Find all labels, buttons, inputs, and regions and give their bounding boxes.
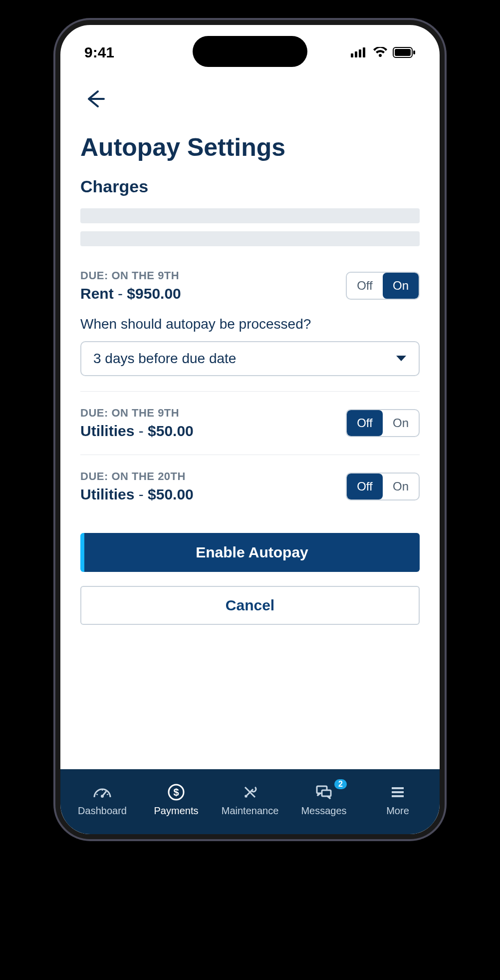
gauge-icon — [92, 782, 112, 802]
charge-info: DUE: ON THE 9TH Utilities - $50.00 — [80, 407, 194, 440]
back-button[interactable] — [80, 85, 108, 113]
status-icons — [351, 47, 416, 58]
svg-rect-6 — [413, 50, 415, 54]
tab-dashboard[interactable]: Dashboard — [65, 782, 139, 817]
enable-autopay-button[interactable]: Enable Autopay — [80, 533, 420, 572]
due-label: DUE: — [80, 470, 108, 483]
due-value: ON THE 9TH — [111, 407, 179, 419]
charge-name: Utilities — [80, 486, 134, 502]
toggle-on[interactable]: On — [383, 273, 419, 299]
svg-rect-5 — [395, 49, 411, 56]
wifi-icon — [373, 47, 388, 58]
section-charges-title: Charges — [80, 177, 420, 196]
battery-icon — [393, 47, 416, 58]
due-value: ON THE 20TH — [111, 470, 186, 483]
tools-icon — [240, 782, 260, 802]
content-area: Autopay Settings Charges DUE: ON THE 9TH… — [60, 70, 440, 769]
charge-amount: $50.00 — [148, 486, 194, 502]
dollar-icon: $ — [166, 782, 186, 802]
page-title: Autopay Settings — [80, 133, 420, 162]
charge-amount: $950.00 — [127, 285, 181, 302]
menu-icon — [388, 782, 408, 802]
tab-bar: Dashboard $ Payments Maintenance 2 Messa… — [60, 769, 440, 834]
charge-item: DUE: ON THE 20TH Utilities - $50.00 Off … — [80, 455, 420, 518]
toggle-on[interactable]: On — [383, 474, 419, 499]
charge-sep: - — [134, 423, 148, 439]
svg-rect-3 — [363, 47, 365, 57]
due-label: DUE: — [80, 269, 108, 282]
autopay-toggle[interactable]: Off On — [346, 272, 420, 300]
svg-text:$: $ — [173, 787, 179, 798]
due-value: ON THE 9TH — [111, 269, 179, 282]
svg-rect-2 — [359, 49, 361, 57]
svg-rect-15 — [322, 790, 331, 796]
arrow-left-icon — [83, 87, 106, 110]
charge-amount: $50.00 — [148, 423, 194, 439]
tab-messages[interactable]: 2 Messages — [287, 782, 361, 817]
charge-sep: - — [114, 285, 127, 302]
tab-label: Dashboard — [78, 805, 127, 817]
tab-label: Messages — [301, 805, 346, 817]
svg-line-8 — [102, 791, 106, 796]
chevron-down-icon — [396, 355, 407, 362]
dynamic-island — [193, 36, 307, 67]
charge-info: DUE: ON THE 9TH Rent - $950.00 — [80, 269, 181, 302]
placeholder-bar — [80, 231, 420, 246]
tab-maintenance[interactable]: Maintenance — [213, 782, 287, 817]
chat-icon — [314, 782, 334, 802]
svg-line-9 — [96, 794, 98, 795]
tab-payments[interactable]: $ Payments — [139, 782, 213, 817]
messages-badge: 2 — [334, 779, 347, 789]
toggle-off[interactable]: Off — [347, 273, 383, 299]
cancel-button[interactable]: Cancel — [80, 586, 420, 625]
select-value: 3 days before due date — [93, 351, 236, 367]
phone-frame: 9:41 Autopay Settings Charges DUE: ON TH… — [55, 20, 445, 839]
svg-rect-0 — [351, 53, 353, 57]
tab-label: More — [386, 805, 409, 817]
charge-sep: - — [134, 486, 148, 502]
svg-line-10 — [107, 794, 108, 795]
charge-info: DUE: ON THE 20TH Utilities - $50.00 — [80, 470, 194, 503]
due-label: DUE: — [80, 407, 108, 419]
autopay-toggle[interactable]: Off On — [346, 473, 420, 500]
autopay-schedule-select[interactable]: 3 days before due date — [80, 341, 420, 376]
charge-name: Rent — [80, 285, 114, 302]
charge-name: Utilities — [80, 423, 134, 439]
tab-more[interactable]: More — [361, 782, 435, 817]
toggle-off[interactable]: Off — [347, 474, 383, 499]
cellular-icon — [351, 47, 368, 57]
placeholder-bar — [80, 208, 420, 223]
autopay-toggle[interactable]: Off On — [346, 409, 420, 437]
svg-rect-1 — [355, 51, 357, 57]
charge-item: DUE: ON THE 9TH Rent - $950.00 Off On Wh… — [80, 254, 420, 392]
autopay-schedule-question: When should autopay be processed? — [80, 316, 420, 332]
toggle-on[interactable]: On — [383, 410, 419, 436]
status-time: 9:41 — [84, 44, 114, 61]
toggle-off[interactable]: Off — [347, 410, 383, 436]
charge-item: DUE: ON THE 9TH Utilities - $50.00 Off O… — [80, 392, 420, 455]
tab-label: Maintenance — [222, 805, 279, 817]
charges-placeholder — [80, 208, 420, 246]
tab-label: Payments — [154, 805, 199, 817]
